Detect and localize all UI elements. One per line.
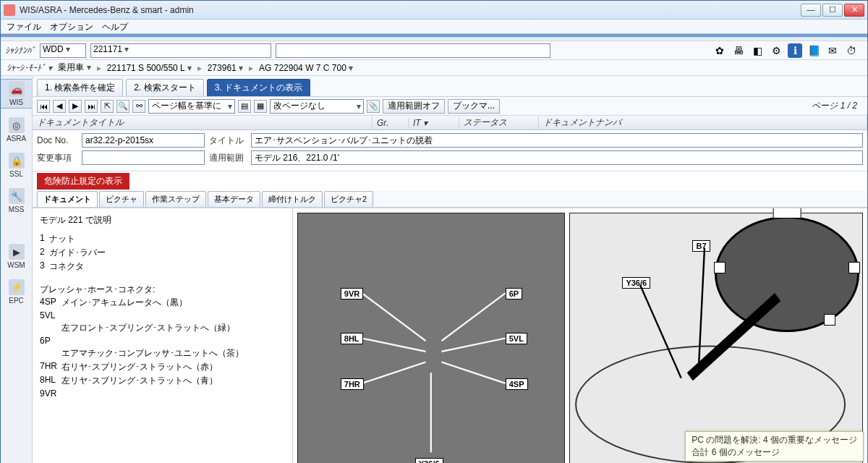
nav-prev-icon[interactable]: ◀ — [53, 100, 66, 113]
layout2-icon[interactable]: ▦ — [254, 100, 267, 113]
search-input[interactable] — [276, 43, 550, 58]
menu-file[interactable]: ファイル — [7, 21, 41, 32]
image-pane: 9VR8HL7HR6P5VL4SPY36/6 Y36/6 B7 Y36/6 1 … — [293, 208, 867, 463]
page-indicator: ページ 1 / 2 — [812, 100, 863, 112]
scope-label: 適用範囲 — [209, 152, 247, 164]
transmission-crumb[interactable]: AG 722904 W 7 C 700 — [259, 63, 353, 73]
safety-notice-button[interactable]: 危険防止規定の表示 — [37, 173, 129, 190]
sidebar-item-mss-icon: 🔧 — [9, 188, 25, 204]
menu-option[interactable]: オプション — [50, 21, 93, 32]
doc-tab-basicdata[interactable]: 基本データ — [208, 191, 260, 207]
docno-field[interactable] — [82, 133, 205, 148]
step-tab-2[interactable]: 2. 検索スタート — [126, 79, 203, 96]
svg-line-4 — [442, 338, 506, 351]
sidebar-item-asra[interactable]: ◎ASRA — [1, 116, 32, 144]
callout-7hr: 7HR — [341, 378, 364, 390]
sidebar-item-ssl[interactable]: 🔒SSL — [1, 151, 32, 179]
doc-tab-document[interactable]: ドキュメント — [37, 191, 98, 207]
text-heading: モデル 221 で説明 — [40, 214, 285, 226]
col-status[interactable]: ステータス — [459, 116, 539, 129]
nav-last-icon[interactable]: ⏭ — [85, 100, 98, 113]
nav-next-icon[interactable]: ▶ — [69, 100, 82, 113]
mail-icon[interactable]: ✉ — [825, 43, 840, 58]
window-title: WIS/ASRA - Mercedes-Benz & smart - admin — [20, 5, 194, 15]
eraser-icon[interactable]: ◧ — [750, 43, 765, 58]
sidebar-item-wis[interactable]: 🚗WIS — [1, 79, 32, 109]
attachment-icon[interactable]: 📎 — [367, 100, 380, 113]
sidebar: 🚗WIS◎ASRA🔒SSL🔧MSS▶WSM⚡EPC — [1, 76, 33, 463]
delete-icon[interactable]: ✿ — [712, 43, 727, 58]
text-pane: モデル 221 で説明 1ナット 2ガイド･ラバー 3コネクタ プレッシャ･ホー… — [33, 208, 293, 463]
nav-first-icon[interactable]: ⏮ — [37, 100, 50, 113]
tree-icon[interactable]: ⇱ — [101, 100, 114, 113]
svg-line-1 — [362, 338, 425, 351]
doc-tab-torque[interactable]: 締付けトルク — [262, 191, 323, 207]
col-docno[interactable]: ドキュメントナンバ — [539, 116, 867, 129]
svg-line-8 — [640, 285, 681, 378]
menu-help[interactable]: ヘルプ — [102, 21, 128, 32]
page-break-select[interactable]: 改ページなし — [270, 99, 364, 114]
window-close-button[interactable]: ✕ — [844, 4, 864, 17]
link-icon[interactable]: ⚯ — [132, 100, 145, 113]
chassis-mode-label[interactable]: ｼｬｰｼ･ﾓｰﾄﾞ — [7, 63, 52, 73]
chassis-number-select[interactable]: 221171 — [90, 43, 271, 58]
callout-9vr: 9VR — [341, 288, 363, 300]
col-title[interactable]: ドキュメントタイトル — [33, 116, 373, 129]
sidebar-item-ssl-label: SSL — [9, 170, 23, 178]
svg-line-3 — [442, 293, 506, 341]
sidebar-item-epc[interactable]: ⚡EPC — [1, 278, 32, 306]
callout-8hl: 8HL — [341, 333, 363, 344]
sidebar-item-wsm-icon: ▶ — [9, 244, 25, 260]
doctitle-field[interactable] — [251, 133, 863, 148]
change-field[interactable] — [82, 150, 205, 165]
status-toast[interactable]: PC の問題を解決: 4 個の重要なメッセージ 合計 6 個のメッセージ — [685, 431, 864, 462]
engine-crumb[interactable]: 273961 — [208, 63, 243, 73]
window-maximize-button[interactable]: ☐ — [822, 4, 843, 17]
sidebar-item-asra-label: ASRA — [7, 135, 26, 143]
column-header: ドキュメントタイトル Gr. IT ▾ ステータス ドキュメントナンバ — [33, 116, 867, 130]
info-icon[interactable]: ℹ — [788, 43, 802, 58]
status-line1: PC の問題を解決: 4 個の重要なメッセージ — [692, 434, 857, 446]
scope-off-button[interactable]: 適用範囲オフ — [383, 99, 445, 114]
bookmark-button[interactable]: ブックマ... — [448, 99, 500, 114]
chassis-prefix-select[interactable]: WDD — [40, 43, 86, 58]
layout1-icon[interactable]: ▤ — [238, 100, 251, 113]
sidebar-item-wsm-label: WSM — [7, 261, 25, 269]
sidebar-item-epc-icon: ⚡ — [9, 279, 25, 295]
change-label: 変更事項 — [37, 152, 77, 164]
diagram-right: Y36/6 B7 Y36/6 1 2 3 — [569, 213, 863, 463]
vehicle-type-crumb[interactable]: 乗用車 — [58, 61, 90, 74]
sidebar-item-wis-icon: 🚗 — [9, 81, 25, 97]
sidebar-item-mss[interactable]: 🔧MSS — [1, 187, 32, 215]
svg-line-2 — [362, 362, 425, 383]
zoom-mode-select[interactable]: ページ幅を基準に — [148, 99, 235, 114]
history-icon[interactable]: ⏱ — [844, 43, 859, 58]
doc-tab-picture2[interactable]: ピクチャ2 — [324, 191, 373, 207]
sidebar-item-wis-label: WIS — [9, 98, 23, 106]
model-crumb[interactable]: 221171 S 500/550 L — [107, 63, 192, 73]
sidebar-item-asra-icon: ◎ — [9, 117, 25, 133]
zoom-icon[interactable]: 🔍 — [116, 100, 129, 113]
sidebar-item-wsm[interactable]: ▶WSM — [1, 242, 32, 271]
settings-icon[interactable]: ⚙ — [769, 43, 783, 58]
docno-label: Doc No. — [37, 135, 77, 145]
print-icon[interactable]: 🖶 — [731, 43, 746, 58]
doctitle-label: タイトル — [209, 135, 247, 147]
step-tab-1[interactable]: 1. 検索条件を確定 — [37, 79, 123, 96]
svg-line-0 — [362, 293, 425, 341]
section-heading: プレッシャ･ホース･コネクタ: — [40, 284, 285, 296]
svg-line-5 — [442, 362, 506, 383]
help-book-icon[interactable]: 📘 — [807, 43, 821, 58]
col-gr[interactable]: Gr. — [373, 118, 409, 128]
scope-field[interactable] — [251, 150, 863, 165]
window-minimize-button[interactable]: — — [801, 4, 821, 17]
step-tab-3[interactable]: 3. ドキュメントの表示 — [207, 79, 310, 96]
diagram-left: 9VR8HL7HR6P5VL4SPY36/6 — [297, 213, 565, 463]
doc-tab-picture[interactable]: ピクチャ — [99, 191, 144, 207]
doc-tab-worksteps[interactable]: 作業ステップ — [145, 191, 206, 207]
col-it[interactable]: IT ▾ — [409, 118, 459, 128]
sidebar-item-ssl-icon: 🔒 — [9, 153, 25, 169]
sidebar-item-epc-label: EPC — [9, 297, 24, 305]
status-line2: 合計 6 個のメッセージ — [692, 446, 857, 459]
callout-4sp: 4SP — [506, 378, 528, 390]
